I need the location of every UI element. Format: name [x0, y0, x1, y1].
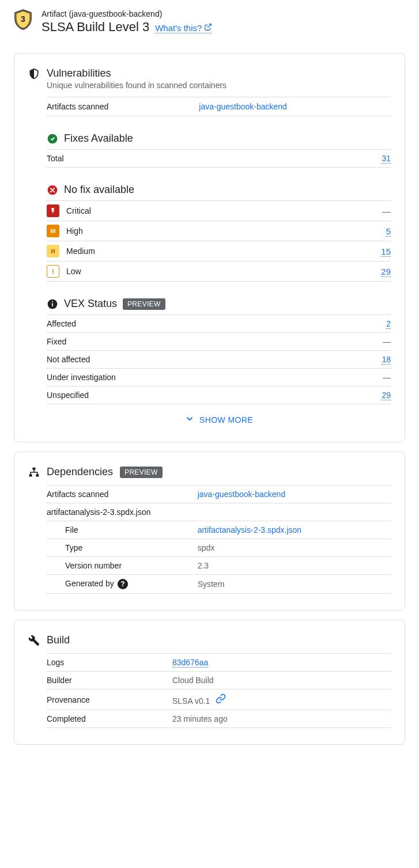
severity-critical-row: Critical —: [47, 200, 391, 221]
vex-underinv-row: Under investigation—: [47, 369, 391, 386]
vex-affected-link[interactable]: 2: [386, 319, 391, 329]
deps-file-header-row: artifactanalysis-2-3.spdx.json: [47, 503, 391, 521]
build-completed-row: Completed 23 minutes ago: [47, 710, 391, 728]
svg-rect-12: [52, 303, 53, 306]
vex-fixed-row: Fixed—: [47, 333, 391, 351]
deps-artifacts-link[interactable]: java-guestbook-backend: [198, 490, 286, 499]
severity-list: Critical — High 5 Medium 15: [47, 200, 391, 282]
deps-file-link[interactable]: artifactanalysis-2-3.spdx.json: [198, 525, 302, 535]
artifact-name: Artifact (java-guestbook-backend): [41, 9, 405, 18]
dependencies-title: Dependencies: [47, 466, 113, 478]
vex-notaffected-link[interactable]: 18: [382, 355, 391, 365]
svg-rect-16: [36, 474, 39, 476]
low-icon: [47, 265, 59, 278]
svg-text:3: 3: [21, 14, 25, 24]
svg-rect-14: [33, 467, 36, 469]
deps-type-row: Type spdx: [47, 539, 391, 557]
no-fix-title: No fix available: [64, 184, 134, 196]
medium-icon: [47, 245, 59, 257]
critical-count: —: [382, 206, 391, 216]
svg-rect-7: [51, 249, 52, 253]
vulnerabilities-card: Vulnerabilities Unique vulnerabilities f…: [14, 53, 405, 442]
wrench-icon: [28, 635, 40, 646]
severity-high-row: High 5: [47, 221, 391, 241]
fixes-available-section: Fixes Available Total 31: [47, 132, 391, 168]
build-provenance-row: Provenance SLSA v0.1: [47, 689, 391, 710]
artifacts-scanned-link[interactable]: java-guestbook-backend: [199, 102, 287, 111]
medium-count-link[interactable]: 15: [381, 247, 391, 257]
link-icon[interactable]: [216, 693, 226, 704]
show-more-button[interactable]: SHOW MORE: [47, 404, 391, 426]
dependencies-card: Dependencies PREVIEW Artifacts scanned j…: [14, 452, 405, 611]
deps-version-row: Version number 2.3: [47, 557, 391, 575]
fixes-total-link[interactable]: 31: [382, 154, 391, 164]
svg-rect-5: [52, 229, 54, 233]
svg-rect-4: [51, 229, 52, 233]
svg-rect-15: [29, 474, 32, 476]
vex-fixed-value: —: [383, 337, 391, 346]
svg-rect-6: [54, 229, 55, 233]
deps-version-value: 2.3: [198, 557, 391, 575]
fixes-available-title: Fixes Available: [64, 132, 133, 145]
svg-rect-9: [52, 270, 54, 272]
chevron-down-icon: [184, 414, 195, 426]
svg-rect-8: [54, 249, 55, 253]
info-icon: [47, 298, 58, 310]
svg-rect-10: [52, 273, 54, 274]
severity-medium-row: Medium 15: [47, 241, 391, 261]
build-logs-row: Logs 83d676aa: [47, 654, 391, 672]
vex-status-section: VEX Status PREVIEW Affected2 Fixed— Not …: [47, 298, 391, 426]
artifacts-scanned-row: Artifacts scanned java-guestbook-backend: [47, 97, 391, 116]
build-completed-value: 23 minutes ago: [172, 710, 391, 728]
low-count-link[interactable]: 29: [381, 267, 391, 277]
preview-chip: PREVIEW: [123, 298, 165, 310]
vex-unspecified-row: Unspecified29: [47, 386, 391, 404]
artifacts-scanned-label: Artifacts scanned: [47, 97, 158, 116]
build-logs-link[interactable]: 83d676aa: [172, 658, 208, 668]
preview-chip: PREVIEW: [120, 467, 162, 478]
deps-generated-row: Generated by? System: [47, 575, 391, 594]
build-title: Build: [47, 634, 70, 646]
high-count-link[interactable]: 5: [386, 226, 391, 237]
tree-icon: [28, 467, 40, 478]
slsa-badge-icon: 3: [14, 9, 32, 30]
deps-type-value: spdx: [198, 539, 391, 557]
vex-affected-row: Affected2: [47, 315, 391, 333]
critical-icon: [47, 204, 59, 217]
build-card: Build Logs 83d676aa Builder Cloud Build …: [14, 620, 405, 745]
build-builder-row: Builder Cloud Build: [47, 672, 391, 689]
build-builder-value: Cloud Build: [172, 672, 391, 689]
high-icon: [47, 225, 59, 237]
whats-this-link[interactable]: What's this?: [155, 23, 212, 33]
page-header: 3 Artifact (java-guestbook-backend) SLSA…: [0, 9, 419, 44]
error-circle-icon: [47, 184, 58, 196]
svg-rect-13: [52, 301, 53, 302]
vulnerabilities-title: Vulnerabilities: [47, 67, 111, 79]
page-title: SLSA Build Level 3: [41, 20, 149, 35]
vex-status-title: VEX Status: [64, 298, 117, 310]
fixes-total-row: Total 31: [47, 150, 391, 168]
deps-file-row: File artifactanalysis-2-3.spdx.json: [47, 521, 391, 539]
svg-point-2: [48, 134, 58, 143]
vulnerabilities-subtitle: Unique vulnerabilities found in scanned …: [47, 81, 391, 90]
vex-notaffected-row: Not affected18: [47, 351, 391, 369]
svg-line-1: [207, 24, 211, 28]
vex-underinv-value: —: [383, 373, 391, 382]
shield-icon: [28, 68, 40, 79]
severity-low-row: Low 29: [47, 261, 391, 282]
vex-unspecified-link[interactable]: 29: [382, 391, 391, 400]
deps-generated-value: System: [198, 575, 391, 594]
deps-artifacts-row: Artifacts scanned java-guestbook-backend: [47, 486, 391, 503]
build-provenance-value: SLSA v0.1: [172, 696, 210, 706]
check-circle-icon: [47, 133, 58, 145]
no-fix-section: No fix available Critical — High 5: [47, 184, 391, 282]
help-icon[interactable]: ?: [118, 579, 128, 589]
external-link-icon: [204, 23, 212, 33]
